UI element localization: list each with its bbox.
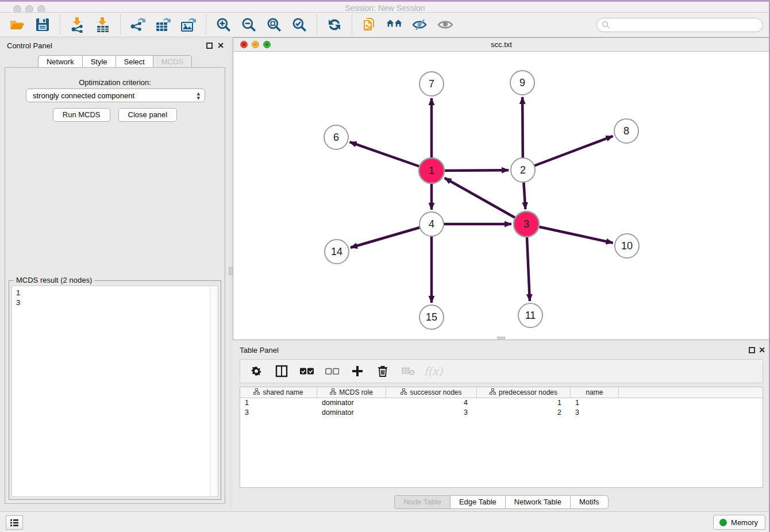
zoom-selected-icon[interactable] (291, 16, 308, 33)
network-window-title: scc.txt (233, 40, 769, 49)
svg-text:2: 2 (520, 164, 526, 176)
column-header-MCDS-role[interactable]: MCDS role (317, 387, 386, 398)
table-cell: 1 (240, 398, 317, 408)
mcds-result-title: MCDS result (2 nodes) (14, 276, 94, 284)
mcds-tab-content: Optimization criterion: strongly connect… (5, 67, 225, 504)
function-icon: f(x) (426, 364, 440, 378)
window-title: Session: New Session (0, 3, 770, 13)
table-cell: 3 (240, 408, 317, 418)
column-header-predecessor-nodes[interactable]: predecessor nodes (477, 387, 571, 398)
columns-icon[interactable] (275, 364, 288, 378)
result-scrollbar[interactable] (210, 286, 218, 496)
table-panel-title: Table Panel (240, 346, 279, 354)
column-header-successor-nodes[interactable]: successor nodes (386, 387, 477, 398)
column-header-name[interactable]: name (571, 387, 619, 398)
mcds-result-list[interactable]: 1 3 (11, 286, 218, 497)
close-table-panel-icon[interactable]: ✕ (759, 345, 765, 354)
node-table[interactable]: shared nameMCDS rolesuccessor nodesprede… (240, 387, 763, 488)
table-cell: dominator (317, 398, 386, 408)
svg-text:7: 7 (429, 78, 434, 90)
graph-node-8[interactable]: 8 (614, 119, 638, 143)
graph-node-7[interactable]: 7 (419, 72, 444, 96)
run-mcds-button[interactable]: Run MCDS (53, 108, 110, 122)
search-input[interactable] (610, 19, 763, 30)
status-bar: Memory (0, 511, 770, 532)
zoom-out-icon[interactable] (240, 16, 257, 33)
graph-node-15[interactable]: 15 (419, 305, 444, 329)
graph-node-4[interactable]: 4 (419, 212, 444, 236)
svg-text:11: 11 (525, 310, 536, 321)
delete-column-icon[interactable] (376, 364, 390, 378)
tab-edge-table[interactable]: Edge Table (450, 495, 505, 509)
main-toolbar (0, 13, 770, 37)
zoom-fit-icon[interactable] (265, 16, 283, 33)
graph-node-11[interactable]: 11 (518, 303, 542, 327)
refresh-icon[interactable] (326, 16, 343, 33)
splitter-grip[interactable] (497, 337, 505, 340)
graph-node-10[interactable]: 10 (615, 234, 639, 258)
criterion-select[interactable]: strongly connected component ▴▾ (26, 88, 205, 102)
select-all-columns-icon[interactable] (300, 364, 314, 378)
tab-motifs[interactable]: Motifs (570, 495, 609, 509)
graph-node-14[interactable]: 14 (325, 240, 349, 264)
column-header-shared-name[interactable]: shared name (240, 387, 317, 398)
network-window-titlebar[interactable]: ✕ − + scc.txt (233, 38, 769, 52)
table-cell: 3 (571, 408, 619, 418)
mcds-result-values: 1 3 (12, 286, 218, 307)
duplicate-network-icon[interactable] (361, 16, 378, 33)
import-table-icon[interactable] (94, 16, 111, 33)
column-type-icon (253, 388, 260, 396)
zoom-in-icon[interactable] (215, 16, 232, 33)
gear-icon[interactable] (249, 364, 263, 378)
table-row[interactable]: 1dominator411 (240, 398, 763, 408)
close-panel-button[interactable]: Close panel (118, 108, 178, 122)
network-graph-canvas[interactable]: 7968124310141511 (233, 52, 769, 340)
graph-node-6[interactable]: 6 (324, 125, 348, 149)
home-layout-icon[interactable] (386, 16, 403, 33)
close-panel-icon[interactable]: ✕ (217, 41, 224, 50)
export-image-icon[interactable] (180, 16, 197, 33)
mcds-result-box: MCDS result (2 nodes) 1 3 (9, 280, 221, 500)
control-panel: Control Panel ✕ NetworkStyleSelectMCDS O… (0, 37, 230, 509)
export-table-icon[interactable] (155, 16, 172, 33)
list-icon (10, 519, 19, 527)
search-box[interactable] (596, 18, 763, 32)
open-session-icon[interactable] (9, 16, 26, 33)
float-panel-icon[interactable] (206, 43, 213, 49)
edge-3-1[interactable] (445, 178, 526, 224)
criterion-value: strongly connected component (33, 91, 134, 100)
save-session-icon[interactable] (34, 16, 51, 33)
table-panel: Table Panel ✕ f(x) shared nameMCDS roles… (233, 342, 770, 511)
tab-network-table[interactable]: Network Table (505, 495, 570, 509)
table-cell: dominator (317, 408, 386, 418)
table-panel-tabs: Node TableEdge TableNetwork TableMotifs (233, 495, 770, 509)
control-panel-header: Control Panel ✕ (0, 37, 230, 55)
export-network-icon[interactable] (129, 16, 147, 33)
network-view-window: ✕ − + scc.txt 7968124310141511 (233, 37, 770, 340)
column-type-icon (490, 388, 496, 396)
float-table-panel-icon[interactable] (749, 347, 755, 353)
show-all-icon[interactable] (437, 16, 454, 33)
search-container (596, 18, 763, 32)
table-cell: 3 (386, 408, 477, 418)
edge-2-8[interactable] (523, 136, 613, 170)
svg-text:10: 10 (621, 240, 633, 252)
tab-node-table[interactable]: Node Table (394, 495, 450, 509)
hide-selected-icon[interactable] (411, 16, 429, 33)
svg-text:4: 4 (429, 218, 434, 230)
toolbar-group (0, 16, 60, 33)
import-network-icon[interactable] (69, 16, 86, 33)
edge-4-14[interactable] (351, 224, 432, 248)
deselect-all-columns-icon[interactable] (325, 364, 339, 378)
graph-node-2[interactable]: 2 (511, 158, 535, 182)
show-panels-button[interactable] (6, 515, 23, 530)
graph-node-9[interactable]: 9 (510, 71, 534, 95)
toolbar-group (206, 16, 317, 33)
table-cell: 1 (477, 398, 571, 408)
graph-node-1[interactable]: 1 (419, 158, 444, 183)
graph-node-3[interactable]: 3 (514, 211, 539, 237)
svg-text:14: 14 (331, 246, 342, 257)
add-column-icon[interactable] (351, 364, 364, 378)
table-row[interactable]: 3dominator323 (240, 408, 763, 418)
memory-button[interactable]: Memory (713, 515, 765, 530)
